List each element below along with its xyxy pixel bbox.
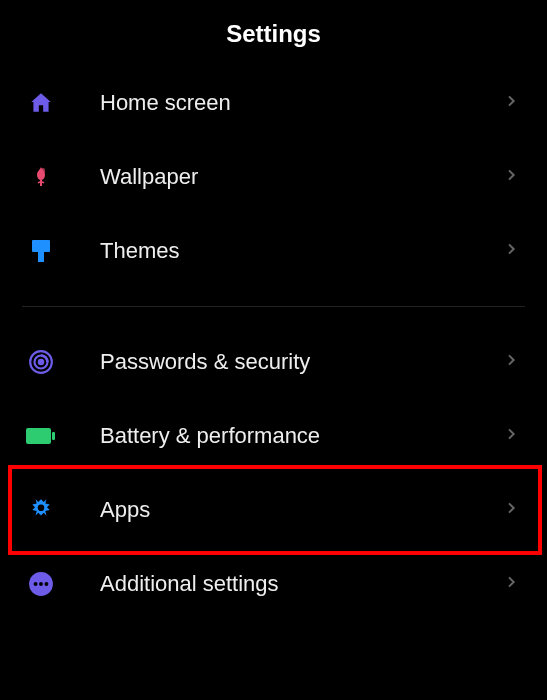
chevron-right-icon	[503, 574, 519, 594]
settings-item-label: Wallpaper	[100, 164, 503, 190]
settings-item-label: Passwords & security	[100, 349, 503, 375]
settings-item-additional-settings[interactable]: Additional settings	[0, 547, 547, 621]
chevron-right-icon	[503, 241, 519, 261]
svg-rect-2	[38, 252, 44, 262]
svg-rect-7	[52, 432, 55, 440]
page-header: Settings	[0, 0, 547, 66]
divider	[22, 306, 525, 307]
wallpaper-icon	[26, 162, 56, 192]
settings-item-label: Themes	[100, 238, 503, 264]
apps-icon	[26, 495, 56, 525]
chevron-right-icon	[503, 426, 519, 446]
chevron-right-icon	[503, 167, 519, 187]
svg-point-8	[38, 505, 45, 512]
settings-item-label: Battery & performance	[100, 423, 503, 449]
settings-list: Home screen Wallpaper	[0, 66, 547, 621]
chevron-right-icon	[503, 352, 519, 372]
svg-point-11	[39, 582, 43, 586]
svg-point-12	[44, 582, 48, 586]
page-title: Settings	[0, 20, 547, 48]
settings-item-label: Apps	[100, 497, 503, 523]
svg-point-5	[39, 360, 43, 364]
settings-item-wallpaper[interactable]: Wallpaper	[0, 140, 547, 214]
settings-item-label: Home screen	[100, 90, 503, 116]
settings-item-themes[interactable]: Themes	[0, 214, 547, 288]
svg-point-10	[34, 582, 38, 586]
chevron-right-icon	[503, 93, 519, 113]
themes-icon	[26, 236, 56, 266]
settings-item-passwords-security[interactable]: Passwords & security	[0, 325, 547, 399]
svg-point-0	[41, 168, 45, 174]
settings-item-home-screen[interactable]: Home screen	[0, 66, 547, 140]
settings-item-label: Additional settings	[100, 571, 503, 597]
battery-icon	[26, 421, 56, 451]
settings-item-apps[interactable]: Apps	[0, 473, 547, 547]
home-icon	[26, 88, 56, 118]
passwords-icon	[26, 347, 56, 377]
additional-icon	[26, 569, 56, 599]
svg-rect-1	[32, 240, 50, 252]
chevron-right-icon	[503, 500, 519, 520]
svg-rect-6	[26, 428, 51, 444]
settings-item-battery-performance[interactable]: Battery & performance	[0, 399, 547, 473]
